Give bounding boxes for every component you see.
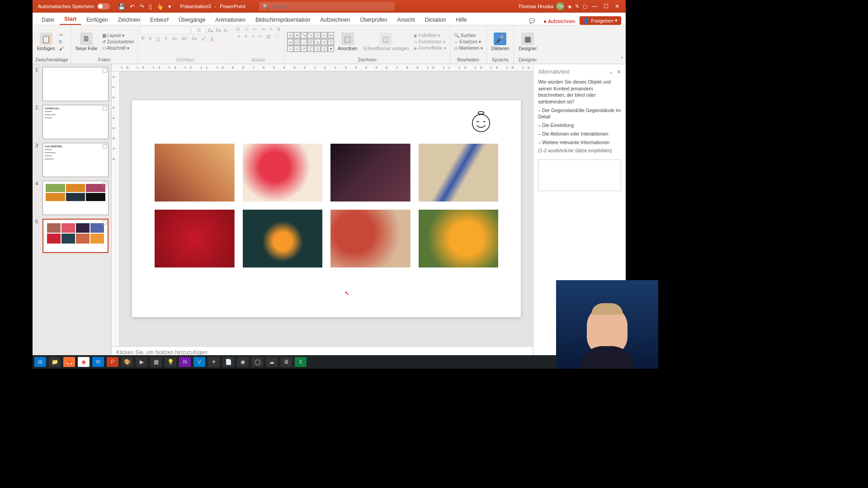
image-blood-orange[interactable] xyxy=(330,210,410,267)
tab-ueberpruefen[interactable]: Überprüfen xyxy=(355,15,392,25)
indent-inc-icon[interactable]: ⇥ xyxy=(260,26,266,32)
italic-icon[interactable]: K xyxy=(148,36,153,42)
designer-button[interactable]: ▦Designer xyxy=(517,32,538,52)
collapse-ribbon-icon[interactable]: ⌃ xyxy=(620,56,624,62)
thumb-slide-4[interactable] xyxy=(42,181,108,215)
slideshow-icon[interactable]: ▯ xyxy=(149,3,152,10)
align-center-icon[interactable]: ≡ xyxy=(244,33,249,39)
touch-icon[interactable]: 👆 xyxy=(156,3,164,10)
grow-font-icon[interactable]: A▴ xyxy=(207,28,214,33)
app-icon[interactable]: 💡 xyxy=(165,357,176,367)
app-icon[interactable]: 🖥 xyxy=(280,357,292,367)
reset-button[interactable]: ↺ Zurücksetzen xyxy=(101,39,135,45)
replace-button[interactable]: ↔ Ersetzen ▾ xyxy=(453,39,484,45)
save-icon[interactable]: 💾 xyxy=(118,3,125,10)
record-button[interactable]: ● Aufzeichnen xyxy=(540,18,579,25)
window-icon[interactable]: ▢ xyxy=(583,4,587,9)
app-icon[interactable]: ☁ xyxy=(266,357,278,367)
font-color-icon[interactable]: A xyxy=(210,36,215,42)
explorer-icon[interactable]: 📁 xyxy=(49,357,61,367)
autosave-toggle[interactable]: Automatisches Speichern xyxy=(34,3,113,9)
image-blueberries[interactable] xyxy=(419,144,499,202)
more-icon[interactable]: ▾ xyxy=(168,3,171,10)
shrink-font-icon[interactable]: A▾ xyxy=(215,28,222,33)
telegram-icon[interactable]: ✈ xyxy=(208,357,220,367)
vlc-icon[interactable]: ▶ xyxy=(136,357,147,367)
thumb-slide-2[interactable]: AGRIKASA━━━━━━━━━━━━━━ xyxy=(42,105,108,139)
thumb-slide-5[interactable] xyxy=(42,219,108,253)
redo-icon[interactable]: ↷ xyxy=(139,3,144,10)
search-input[interactable] xyxy=(272,4,391,9)
text-direction-icon[interactable]: ⇅ xyxy=(276,26,281,32)
tab-dictation[interactable]: Dictation xyxy=(420,15,451,25)
format-painter-icon[interactable]: 🖌 xyxy=(58,46,65,52)
start-button[interactable]: ⊞ xyxy=(34,357,46,367)
image-strawberry[interactable] xyxy=(155,210,235,267)
tab-aufzeichnen[interactable]: Aufzeichnen xyxy=(316,15,354,25)
font-family-select[interactable] xyxy=(141,26,190,34)
image-raspberry[interactable] xyxy=(243,144,323,202)
columns-icon[interactable]: ▥ xyxy=(265,33,271,39)
tab-ansicht[interactable]: Ansicht xyxy=(392,15,419,25)
maximize-icon[interactable]: ☐ xyxy=(604,3,609,9)
tab-uebergaenge[interactable]: Übergänge xyxy=(174,15,210,25)
tab-animationen[interactable]: Animationen xyxy=(211,15,250,25)
toggle-icon[interactable] xyxy=(97,3,110,9)
spacing-icon[interactable]: AV xyxy=(180,36,188,42)
bold-icon[interactable]: F xyxy=(141,36,145,42)
comments-icon[interactable]: 💬 xyxy=(525,17,539,25)
font-size-select[interactable]: 36 xyxy=(191,26,206,34)
search-box[interactable]: 🔍 xyxy=(259,2,395,11)
app-icon[interactable]: 🎨 xyxy=(121,357,133,367)
strike-icon[interactable]: S xyxy=(163,36,168,42)
shape-fill-button[interactable]: ◆ Fülleffekt ▾ xyxy=(413,33,447,38)
quick-styles-button[interactable]: ◫Schnellformat vorlagen xyxy=(361,32,411,52)
app-icon[interactable]: 📄 xyxy=(222,357,234,367)
align-left-icon[interactable]: ≡ xyxy=(237,33,241,39)
indent-dec-icon[interactable]: ⇤ xyxy=(252,26,258,32)
shapes-gallery[interactable]: ☺A＼＼□○▭ ▱⬡↓⬠△◇▽ ⬨☆↗{}|▾ xyxy=(287,32,334,52)
image-tangerines[interactable] xyxy=(243,210,323,267)
slide-canvas[interactable] xyxy=(132,100,521,317)
thumb-slide-3[interactable]: GALERIEPIEL━━━━━━━━━━━━━━━━━━━ xyxy=(42,143,108,177)
dictate-button[interactable]: 🎤Diktieren xyxy=(490,32,511,52)
diamond-icon[interactable]: ◈ xyxy=(568,4,571,9)
chrome-icon[interactable]: ◉ xyxy=(78,357,90,367)
firefox-icon[interactable]: 🦊 xyxy=(63,357,75,367)
section-button[interactable]: ▭ Abschnitt ▾ xyxy=(101,45,135,51)
new-slide-button[interactable]: 🗎Neue Folie xyxy=(74,32,99,52)
tab-start[interactable]: Start xyxy=(60,14,81,25)
tab-entwurf[interactable]: Entwurf xyxy=(146,15,173,25)
obs-icon[interactable]: ◉ xyxy=(237,357,249,367)
minimize-icon[interactable]: — xyxy=(592,3,597,9)
image-figs[interactable] xyxy=(330,144,410,202)
tab-zeichnen[interactable]: Zeichnen xyxy=(113,15,145,25)
image-apples[interactable] xyxy=(155,144,235,202)
paste-button[interactable]: 📋Einfügen xyxy=(35,32,57,52)
smiley-icon[interactable] xyxy=(470,111,492,133)
app-icon[interactable]: ◯ xyxy=(251,357,263,367)
line-spacing-icon[interactable]: ≡ xyxy=(269,26,273,32)
shadow-icon[interactable]: ab xyxy=(171,36,178,42)
find-button[interactable]: 🔍 Suchen xyxy=(453,33,484,38)
numbering-icon[interactable]: ☷ xyxy=(244,26,250,32)
shape-outline-button[interactable]: ◇ Formkontur ▾ xyxy=(413,39,447,45)
share-button[interactable]: 👤 Freigeben ▾ xyxy=(580,16,621,25)
image-oranges[interactable] xyxy=(419,210,499,267)
tab-datei[interactable]: Datei xyxy=(37,15,59,25)
tab-einfuegen[interactable]: Einfügen xyxy=(82,15,112,25)
pane-collapse-icon[interactable]: ⌄ xyxy=(609,69,613,75)
tab-bildschirmpraesentation[interactable]: Bildschirmpräsentation xyxy=(251,15,315,25)
smartart-icon[interactable]: ⬚ xyxy=(274,33,280,39)
align-right-icon[interactable]: ≡ xyxy=(251,33,255,39)
undo-icon[interactable]: ↶ xyxy=(130,3,135,10)
arrange-button[interactable]: ⬚Anordnen xyxy=(336,32,359,52)
close-icon[interactable]: ✕ xyxy=(615,3,619,9)
case-icon[interactable]: Aa xyxy=(191,36,198,42)
vscode-icon[interactable]: V xyxy=(193,357,205,367)
pane-close-icon[interactable]: ✕ xyxy=(617,69,621,75)
powerpoint-icon[interactable]: P xyxy=(107,357,118,367)
thumb-slide-1[interactable] xyxy=(42,67,108,101)
clear-format-icon[interactable]: Aₓ xyxy=(223,28,230,33)
bullets-icon[interactable]: ☰ xyxy=(235,26,241,32)
